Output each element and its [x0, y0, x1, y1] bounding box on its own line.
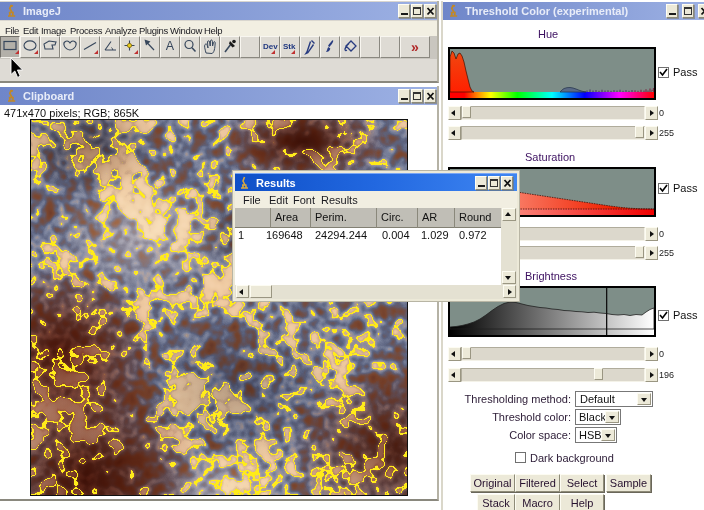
- svg-text:»: »: [411, 39, 419, 55]
- svg-text:Dev: Dev: [263, 42, 278, 51]
- svg-text:Stk: Stk: [283, 42, 296, 51]
- svg-text:A: A: [166, 39, 175, 53]
